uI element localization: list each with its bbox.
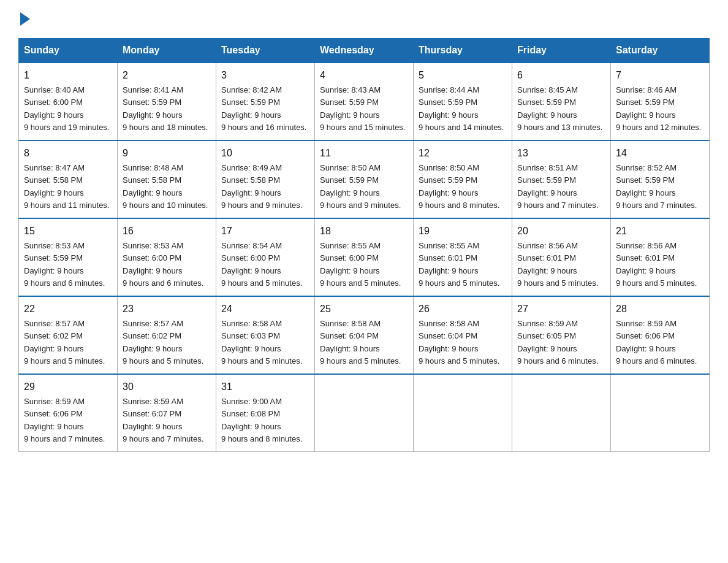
day-number: 6 (517, 68, 605, 83)
calendar-cell: 4Sunrise: 8:43 AMSunset: 5:59 PMDaylight… (315, 63, 414, 140)
day-number: 13 (517, 146, 605, 161)
calendar-cell: 23Sunrise: 8:57 AMSunset: 6:02 PMDayligh… (118, 296, 216, 374)
weekday-header-tuesday: Tuesday (216, 39, 315, 63)
calendar-cell: 5Sunrise: 8:44 AMSunset: 5:59 PMDaylight… (414, 63, 512, 140)
calendar-cell (315, 374, 414, 452)
day-info: Sunrise: 8:57 AMSunset: 6:02 PMDaylight:… (24, 319, 105, 366)
weekday-header-row: SundayMondayTuesdayWednesdayThursdayFrid… (19, 39, 710, 63)
day-number: 23 (123, 302, 211, 316)
logo (18, 12, 30, 26)
day-info: Sunrise: 8:52 AMSunset: 5:59 PMDaylight:… (616, 163, 697, 210)
day-number: 29 (24, 380, 112, 394)
calendar-cell: 1Sunrise: 8:40 AMSunset: 6:00 PMDaylight… (19, 63, 118, 140)
calendar-week-row: 8Sunrise: 8:47 AMSunset: 5:58 PMDaylight… (19, 140, 710, 218)
calendar-cell: 11Sunrise: 8:50 AMSunset: 5:59 PMDayligh… (315, 140, 414, 218)
day-info: Sunrise: 8:59 AMSunset: 6:07 PMDaylight:… (123, 397, 203, 443)
day-info: Sunrise: 8:48 AMSunset: 5:58 PMDaylight:… (123, 163, 208, 210)
calendar-cell: 13Sunrise: 8:51 AMSunset: 5:59 PMDayligh… (512, 140, 611, 218)
calendar-week-row: 15Sunrise: 8:53 AMSunset: 5:59 PMDayligh… (19, 218, 710, 296)
day-info: Sunrise: 8:41 AMSunset: 5:59 PMDaylight:… (123, 85, 208, 132)
day-number: 8 (24, 146, 112, 161)
page-header (18, 12, 710, 26)
calendar-cell: 8Sunrise: 8:47 AMSunset: 5:58 PMDaylight… (19, 140, 118, 218)
calendar-cell: 18Sunrise: 8:55 AMSunset: 6:00 PMDayligh… (315, 218, 414, 296)
day-number: 17 (221, 224, 309, 239)
day-info: Sunrise: 8:56 AMSunset: 6:01 PMDaylight:… (517, 241, 598, 288)
day-info: Sunrise: 9:00 AMSunset: 6:08 PMDaylight:… (221, 397, 302, 443)
calendar-cell: 12Sunrise: 8:50 AMSunset: 5:59 PMDayligh… (414, 140, 512, 218)
day-number: 27 (517, 302, 605, 316)
calendar-cell: 17Sunrise: 8:54 AMSunset: 6:00 PMDayligh… (216, 218, 315, 296)
day-number: 19 (419, 224, 507, 239)
day-number: 31 (221, 380, 309, 394)
day-number: 28 (616, 302, 704, 316)
day-number: 5 (419, 68, 507, 83)
day-info: Sunrise: 8:54 AMSunset: 6:00 PMDaylight:… (221, 241, 302, 288)
calendar-cell: 22Sunrise: 8:57 AMSunset: 6:02 PMDayligh… (19, 296, 118, 374)
calendar-cell: 28Sunrise: 8:59 AMSunset: 6:06 PMDayligh… (611, 296, 710, 374)
day-info: Sunrise: 8:58 AMSunset: 6:03 PMDaylight:… (221, 319, 302, 366)
weekday-header-monday: Monday (118, 39, 216, 63)
calendar-cell: 15Sunrise: 8:53 AMSunset: 5:59 PMDayligh… (19, 218, 118, 296)
day-number: 2 (123, 68, 211, 83)
calendar-cell: 20Sunrise: 8:56 AMSunset: 6:01 PMDayligh… (512, 218, 611, 296)
day-info: Sunrise: 8:44 AMSunset: 5:59 PMDaylight:… (419, 85, 504, 132)
day-info: Sunrise: 8:59 AMSunset: 6:05 PMDaylight:… (517, 319, 598, 366)
day-number: 1 (24, 68, 112, 83)
day-info: Sunrise: 8:59 AMSunset: 6:06 PMDaylight:… (616, 319, 697, 366)
day-info: Sunrise: 8:58 AMSunset: 6:04 PMDaylight:… (419, 319, 499, 366)
day-info: Sunrise: 8:58 AMSunset: 6:04 PMDaylight:… (320, 319, 401, 366)
day-number: 4 (320, 68, 408, 83)
day-number: 7 (616, 68, 704, 83)
day-number: 22 (24, 302, 112, 316)
day-info: Sunrise: 8:53 AMSunset: 5:59 PMDaylight:… (24, 241, 105, 288)
calendar-cell: 3Sunrise: 8:42 AMSunset: 5:59 PMDaylight… (216, 63, 315, 140)
calendar-cell: 30Sunrise: 8:59 AMSunset: 6:07 PMDayligh… (118, 374, 216, 452)
calendar-cell: 19Sunrise: 8:55 AMSunset: 6:01 PMDayligh… (414, 218, 512, 296)
calendar-cell: 27Sunrise: 8:59 AMSunset: 6:05 PMDayligh… (512, 296, 611, 374)
day-number: 25 (320, 302, 408, 316)
calendar-cell (414, 374, 512, 452)
day-info: Sunrise: 8:53 AMSunset: 6:00 PMDaylight:… (123, 241, 203, 288)
logo-triangle-icon (20, 12, 30, 26)
calendar-cell: 26Sunrise: 8:58 AMSunset: 6:04 PMDayligh… (414, 296, 512, 374)
day-number: 9 (123, 146, 211, 161)
day-number: 30 (123, 380, 211, 394)
calendar-cell: 6Sunrise: 8:45 AMSunset: 5:59 PMDaylight… (512, 63, 611, 140)
weekday-header-saturday: Saturday (611, 39, 710, 63)
calendar-cell: 10Sunrise: 8:49 AMSunset: 5:58 PMDayligh… (216, 140, 315, 218)
day-info: Sunrise: 8:40 AMSunset: 6:00 PMDaylight:… (24, 85, 109, 132)
day-info: Sunrise: 8:55 AMSunset: 6:00 PMDaylight:… (320, 241, 401, 288)
day-info: Sunrise: 8:47 AMSunset: 5:58 PMDaylight:… (24, 163, 109, 210)
calendar-week-row: 29Sunrise: 8:59 AMSunset: 6:06 PMDayligh… (19, 374, 710, 452)
calendar-cell: 9Sunrise: 8:48 AMSunset: 5:58 PMDaylight… (118, 140, 216, 218)
day-number: 11 (320, 146, 408, 161)
day-info: Sunrise: 8:51 AMSunset: 5:59 PMDaylight:… (517, 163, 598, 210)
calendar-week-row: 1Sunrise: 8:40 AMSunset: 6:00 PMDaylight… (19, 63, 710, 140)
calendar-cell: 14Sunrise: 8:52 AMSunset: 5:59 PMDayligh… (611, 140, 710, 218)
calendar-cell: 2Sunrise: 8:41 AMSunset: 5:59 PMDaylight… (118, 63, 216, 140)
day-number: 10 (221, 146, 309, 161)
day-number: 20 (517, 224, 605, 239)
day-info: Sunrise: 8:56 AMSunset: 6:01 PMDaylight:… (616, 241, 697, 288)
day-number: 24 (221, 302, 309, 316)
calendar-week-row: 22Sunrise: 8:57 AMSunset: 6:02 PMDayligh… (19, 296, 710, 374)
calendar-cell: 21Sunrise: 8:56 AMSunset: 6:01 PMDayligh… (611, 218, 710, 296)
day-info: Sunrise: 8:50 AMSunset: 5:59 PMDaylight:… (320, 163, 401, 210)
day-info: Sunrise: 8:49 AMSunset: 5:58 PMDaylight:… (221, 163, 302, 210)
calendar-cell: 31Sunrise: 9:00 AMSunset: 6:08 PMDayligh… (216, 374, 315, 452)
calendar-cell: 24Sunrise: 8:58 AMSunset: 6:03 PMDayligh… (216, 296, 315, 374)
weekday-header-wednesday: Wednesday (315, 39, 414, 63)
calendar-cell: 25Sunrise: 8:58 AMSunset: 6:04 PMDayligh… (315, 296, 414, 374)
calendar-cell: 7Sunrise: 8:46 AMSunset: 5:59 PMDaylight… (611, 63, 710, 140)
day-info: Sunrise: 8:50 AMSunset: 5:59 PMDaylight:… (419, 163, 499, 210)
day-info: Sunrise: 8:46 AMSunset: 5:59 PMDaylight:… (616, 85, 701, 132)
calendar-cell (611, 374, 710, 452)
day-info: Sunrise: 8:43 AMSunset: 5:59 PMDaylight:… (320, 85, 405, 132)
day-info: Sunrise: 8:59 AMSunset: 6:06 PMDaylight:… (24, 397, 105, 443)
day-info: Sunrise: 8:55 AMSunset: 6:01 PMDaylight:… (419, 241, 499, 288)
weekday-header-friday: Friday (512, 39, 611, 63)
day-number: 15 (24, 224, 112, 239)
calendar-table: SundayMondayTuesdayWednesdayThursdayFrid… (18, 38, 710, 452)
day-info: Sunrise: 8:45 AMSunset: 5:59 PMDaylight:… (517, 85, 602, 132)
